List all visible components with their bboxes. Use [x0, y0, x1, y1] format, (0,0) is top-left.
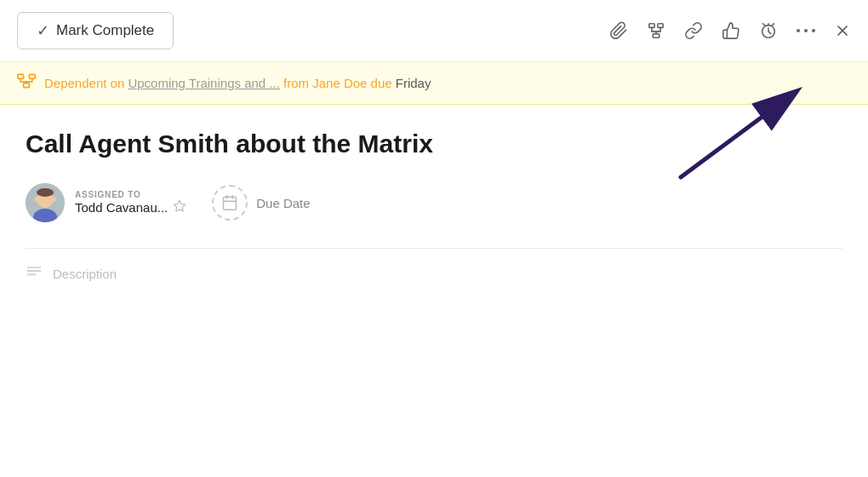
assignee-name-row: Todd Cavanau...: [75, 199, 186, 216]
assignee-section: ASSIGNED TO Todd Cavanau...: [26, 183, 186, 222]
divider: [26, 248, 842, 249]
star-icon[interactable]: [173, 199, 186, 216]
description-icon: [26, 264, 43, 284]
description-placeholder[interactable]: Description: [53, 267, 117, 281]
toolbar: ✓ Mark Complete: [0, 0, 868, 62]
svg-point-10: [804, 29, 808, 32]
assignee-name: Todd Cavanau...: [75, 200, 168, 215]
more-icon[interactable]: [797, 28, 815, 33]
assignee-info: ASSIGNED TO Todd Cavanau...: [75, 190, 186, 216]
due-date-label: Due Date: [256, 196, 310, 210]
branch-icon[interactable]: [647, 21, 665, 40]
timer-icon[interactable]: [759, 21, 778, 40]
task-title: Call Agent Smith about the Matrix: [26, 129, 842, 159]
dependency-icon: [17, 73, 36, 93]
from-label: from Jane Doe due: [283, 76, 392, 90]
meta-row: ASSIGNED TO Todd Cavanau...: [26, 183, 842, 222]
mark-complete-button[interactable]: ✓ Mark Complete: [17, 12, 174, 49]
svg-point-9: [797, 29, 800, 32]
main-content: Call Agent Smith about the Matrix: [0, 105, 868, 301]
due-date-circle: [212, 185, 248, 221]
svg-point-11: [812, 29, 815, 32]
link-icon[interactable]: [684, 21, 703, 40]
svg-point-24: [37, 188, 54, 197]
svg-point-25: [34, 197, 39, 202]
close-icon[interactable]: [834, 22, 851, 39]
due-day: Friday: [396, 76, 431, 90]
svg-point-26: [51, 197, 56, 202]
mark-complete-label: Mark Complete: [56, 22, 154, 39]
dependency-link[interactable]: Upcoming Trainings and ...: [128, 76, 279, 90]
svg-marker-27: [174, 200, 186, 211]
due-date-section[interactable]: Due Date: [212, 185, 310, 221]
thumbsup-icon[interactable]: [722, 21, 740, 40]
svg-rect-28: [224, 197, 237, 210]
avatar: [26, 183, 65, 222]
attachment-icon[interactable]: [609, 21, 628, 40]
dependency-banner: Dependent on Upcoming Trainings and ... …: [0, 62, 868, 105]
toolbar-icons: [609, 21, 851, 40]
check-icon: ✓: [37, 21, 49, 40]
assigned-to-label: ASSIGNED TO: [75, 190, 186, 199]
dependent-on-label: Dependent on: [44, 76, 124, 90]
description-row: Description: [26, 264, 842, 284]
dependency-text: Dependent on Upcoming Trainings and ... …: [44, 76, 431, 90]
